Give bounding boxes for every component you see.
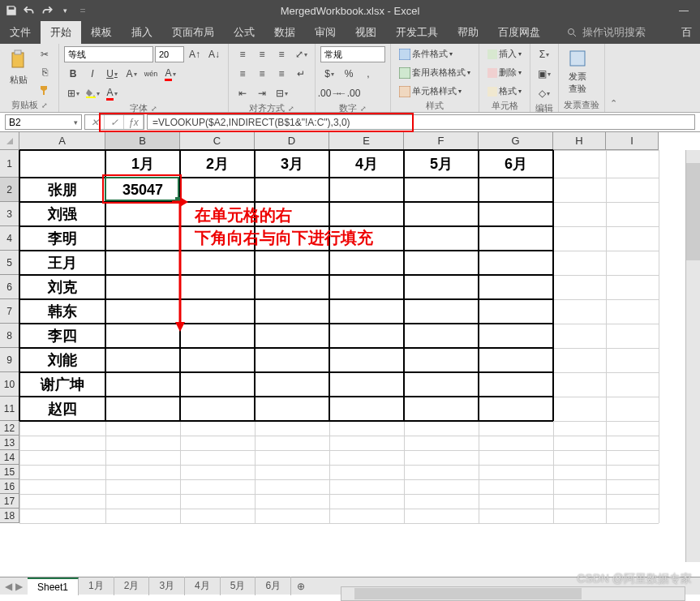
shrink-font-icon[interactable]: A↓ [205,46,223,62]
fill-icon[interactable]: ▣ [535,66,553,82]
fill-color-icon[interactable] [84,85,101,101]
cancel-formula-icon[interactable]: ✕ [85,115,105,129]
name-cell-2[interactable]: 刘强 [19,202,105,226]
col-header-H[interactable]: H [553,132,606,150]
name-cell-6[interactable]: 韩东 [19,299,105,324]
add-sheet-button[interactable]: ⊕ [291,581,311,592]
tell-me-search[interactable]: 操作说明搜索 [558,21,654,44]
name-cell-5[interactable]: 刘克 [19,275,105,299]
row-header-6[interactable]: 6 [0,275,19,299]
collapse-ribbon-icon[interactable]: ⌃ [605,44,621,112]
cell-styles-button[interactable]: 单元格样式▾ [396,84,465,99]
header-cell-6[interactable]: 6月 [479,150,553,178]
decrease-decimal-icon[interactable]: ←.00 [340,85,358,101]
tab-baidudisk[interactable]: 百度网盘 [488,21,550,44]
row-header-3[interactable]: 3 [0,202,19,226]
grow-font-icon[interactable]: A↑ [186,46,204,62]
save-icon[interactable] [5,4,18,17]
tab-developer[interactable]: 开发工具 [386,21,448,44]
sheet-nav-next-icon[interactable]: ▶ [15,581,23,592]
row-header-5[interactable]: 5 [0,251,19,275]
name-box-dropdown-icon[interactable]: ▾ [74,118,78,127]
sheet-tab-1月[interactable]: 1月 [79,577,114,595]
name-cell-10[interactable]: 赵四 [19,397,105,421]
increase-decimal-icon[interactable]: .00→ [320,85,338,101]
row-header-16[interactable]: 16 [0,479,19,494]
tab-pagelayout[interactable]: 页面布局 [162,21,224,44]
row-header-9[interactable]: 9 [0,348,19,372]
align-middle-icon[interactable]: ≡ [253,46,271,62]
row-header-1[interactable]: 1 [0,150,19,178]
align-left-icon[interactable]: ≡ [234,66,251,82]
align-center-icon[interactable]: ≡ [253,66,271,82]
tab-file[interactable]: 文件 [0,21,41,44]
qat-customize-icon[interactable]: ▾ [58,4,71,17]
clear-icon[interactable]: ◇ [535,85,553,101]
sheet-tab-active[interactable]: Sheet1 [28,577,79,595]
row-header-2[interactable]: 2 [0,178,19,202]
header-cell-3[interactable]: 3月 [255,150,329,178]
align-top-icon[interactable]: ≡ [234,46,251,62]
table-format-button[interactable]: 套用表格格式▾ [396,65,474,80]
col-header-A[interactable]: A [19,132,105,150]
font-size-select[interactable] [155,46,184,62]
col-header-B[interactable]: B [105,132,180,150]
tab-home[interactable]: 开始 [41,21,81,44]
tab-baifen[interactable]: 百 [673,21,700,44]
select-all-corner[interactable] [0,132,19,150]
font-color2-icon[interactable]: A [103,85,121,101]
font-name-select[interactable] [64,46,153,62]
format-cells-button[interactable]: 格式▾ [484,84,525,99]
merge-icon[interactable]: ⊟ [273,85,290,101]
row-header-13[interactable]: 13 [0,436,19,450]
invoice-button[interactable]: 发票 查验 [564,46,591,98]
redo-icon[interactable] [41,4,54,17]
name-cell-9[interactable]: 谢广坤 [19,372,105,397]
tab-template[interactable]: 模板 [81,21,122,44]
tab-review[interactable]: 审阅 [305,21,346,44]
undo-icon[interactable] [23,4,36,17]
name-cell-8[interactable]: 刘能 [19,348,105,372]
row-header-18[interactable]: 18 [0,509,19,523]
name-box[interactable]: B2 ▾ [5,114,82,130]
orientation-icon[interactable]: ⤢ [292,46,310,62]
worksheet-grid[interactable]: ABCDEFGHI 123456789101112131415161718 1月… [0,132,700,577]
increase-indent-icon[interactable]: ⇥ [253,85,271,101]
tab-data[interactable]: 数据 [264,21,305,44]
tab-view[interactable]: 视图 [346,21,386,44]
border-icon[interactable]: ⊞ [64,85,82,101]
autosum-icon[interactable]: Σ [535,46,553,62]
row-header-10[interactable]: 10 [0,372,19,397]
insert-function-icon[interactable]: ƒx [124,115,144,129]
row-header-17[interactable]: 17 [0,494,19,509]
row-header-11[interactable]: 11 [0,397,19,421]
tab-formulas[interactable]: 公式 [224,21,264,44]
underline-button[interactable]: U [103,66,121,82]
header-cell-4[interactable]: 4月 [329,150,404,178]
minimize-button[interactable]: — [668,0,700,21]
tab-help[interactable]: 帮助 [448,21,488,44]
row-header-4[interactable]: 4 [0,226,19,251]
name-cell-4[interactable]: 王月 [19,251,105,275]
col-header-F[interactable]: F [404,132,479,150]
italic-button[interactable]: I [84,66,101,82]
row-header-8[interactable]: 8 [0,324,19,348]
row-header-7[interactable]: 7 [0,299,19,324]
col-header-D[interactable]: D [255,132,329,150]
number-format-select[interactable] [320,46,385,62]
cell-b2[interactable]: 35047 [105,178,180,202]
vertical-scrollbar[interactable] [685,150,700,562]
align-right-icon[interactable]: ≡ [273,66,290,82]
row-header-15[interactable]: 15 [0,465,19,479]
phonetic-icon[interactable]: wén [142,66,160,82]
comma-icon[interactable]: , [359,66,377,82]
cut-icon[interactable]: ✂ [36,46,54,62]
name-cell-1[interactable]: 张朋 [19,178,105,202]
align-bottom-icon[interactable]: ≡ [273,46,290,62]
sheet-tab-6月[interactable]: 6月 [256,577,291,595]
col-header-G[interactable]: G [479,132,553,150]
copy-icon[interactable]: ⎘ [36,64,54,80]
sheet-tab-4月[interactable]: 4月 [185,577,221,595]
delete-cells-button[interactable]: 删除▾ [484,65,525,80]
header-cell-5[interactable]: 5月 [404,150,479,178]
